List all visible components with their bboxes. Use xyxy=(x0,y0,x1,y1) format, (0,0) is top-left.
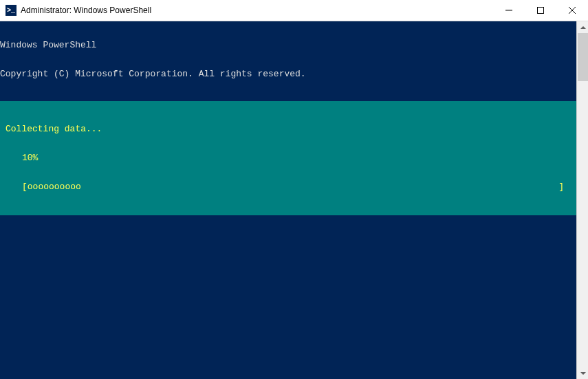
svg-rect-1 xyxy=(538,8,544,14)
scroll-up-arrow-icon[interactable] xyxy=(577,21,588,33)
powershell-icon: >_ xyxy=(6,5,17,16)
progress-band: Collecting data... 10% [oooooooooo ] xyxy=(0,101,576,215)
progress-bar: [oooooooooo ] xyxy=(0,182,564,192)
vertical-scrollbar[interactable] xyxy=(576,21,588,379)
progress-percent: 10% xyxy=(0,153,576,163)
console-banner-line2: Copyright (C) Microsoft Corporation. All… xyxy=(0,69,576,79)
scrollbar-thumb[interactable] xyxy=(578,33,588,81)
svg-marker-5 xyxy=(580,372,586,375)
minimize-button[interactable] xyxy=(493,0,525,21)
maximize-button[interactable] xyxy=(525,0,556,21)
window-body: Windows PowerShell Copyright (C) Microso… xyxy=(0,21,588,379)
svg-marker-4 xyxy=(580,26,586,29)
progress-bar-close: ] xyxy=(558,182,564,192)
window-controls xyxy=(493,0,588,21)
titlebar[interactable]: >_ Administrator: Windows PowerShell xyxy=(0,0,588,21)
progress-bar-left: [oooooooooo xyxy=(22,182,81,192)
progress-status: Collecting data... xyxy=(0,124,576,134)
console-area[interactable]: Windows PowerShell Copyright (C) Microso… xyxy=(0,21,576,379)
window-title: Administrator: Windows PowerShell xyxy=(21,6,493,15)
console-banner-line1: Windows PowerShell xyxy=(0,41,576,50)
close-button[interactable] xyxy=(556,0,588,21)
scroll-down-arrow-icon[interactable] xyxy=(577,367,588,379)
